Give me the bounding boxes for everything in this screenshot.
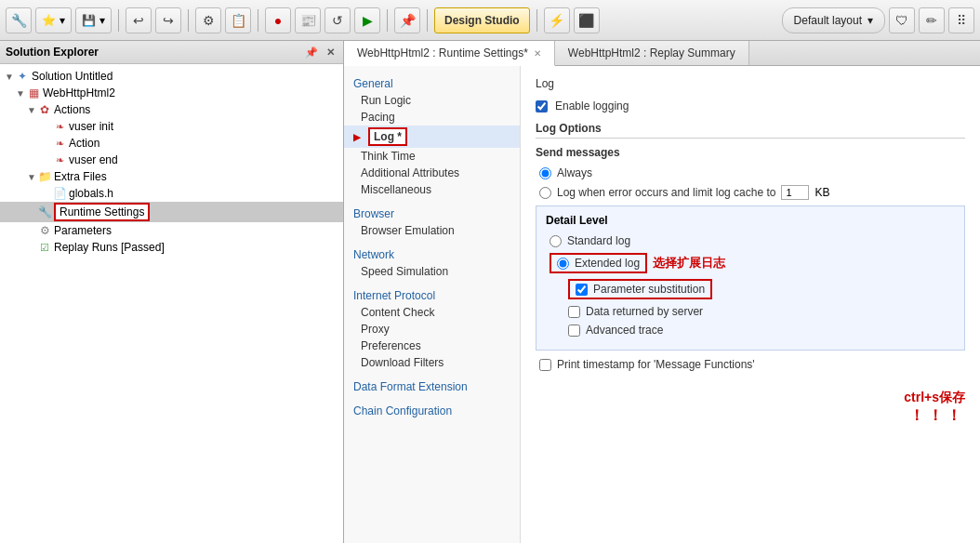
script-label: WebHttpHtml2 xyxy=(43,86,115,99)
tree-item-action[interactable]: ❧ Action xyxy=(0,135,343,152)
tree-item-runtime-settings[interactable]: 🔧 Runtime Settings xyxy=(0,202,343,222)
toolbar: 🔧 ⭐ ▾ 💾 ▾ ↩ ↪ ⚙ 📋 ● 📰 ↺ ▶ 📌 Design Studi… xyxy=(0,0,980,41)
extended-log-label[interactable]: Extended log xyxy=(575,257,640,270)
tab-runtime-settings[interactable]: WebHttpHtml2 : Runtime Settings* ✕ xyxy=(344,41,555,66)
standard-log-label[interactable]: Standard log xyxy=(567,234,630,247)
nav-miscellaneous[interactable]: Miscellaneous xyxy=(344,181,520,198)
extended-log-row: Extended log 选择扩展日志 xyxy=(546,253,955,273)
pin-btn[interactable]: 📌 xyxy=(304,45,319,60)
tab-replay-summary[interactable]: WebHttpHtml2 : Replay Summary xyxy=(555,41,749,65)
run-btn[interactable]: ▶ xyxy=(354,7,380,33)
record-btn[interactable]: ● xyxy=(265,7,291,33)
advanced-trace-label[interactable]: Advanced trace xyxy=(586,324,663,337)
toolbar-dropdown-1[interactable]: ⭐ ▾ xyxy=(35,7,72,33)
tree-item-extra-files[interactable]: ▼ 📁 Extra Files xyxy=(0,168,343,185)
btn3[interactable]: ⚙ xyxy=(195,7,221,33)
think-time-label: Think Time xyxy=(361,150,416,163)
solution-icon: ✦ xyxy=(15,69,30,84)
nav-run-logic[interactable]: Run Logic xyxy=(344,92,520,109)
nav-section-chain[interactable]: Chain Configuration xyxy=(344,401,520,419)
pencil-icon[interactable]: ✏ xyxy=(919,7,945,33)
replay-label: Replay Runs [Passed] xyxy=(54,241,165,254)
sep4 xyxy=(387,9,388,32)
nav-content-check[interactable]: Content Check xyxy=(344,304,520,321)
log-cache-input[interactable] xyxy=(781,185,809,200)
nav-section-data-format[interactable]: Data Format Extension xyxy=(344,377,520,395)
always-radio[interactable] xyxy=(539,167,551,179)
param-sub-checkbox[interactable] xyxy=(576,284,588,296)
btn9[interactable]: ⬛ xyxy=(574,7,600,33)
always-label[interactable]: Always xyxy=(557,166,592,179)
btn4[interactable]: 📋 xyxy=(225,7,251,33)
star-icon: ⭐ xyxy=(42,14,56,27)
shield-icon[interactable]: 🛡 xyxy=(889,7,915,33)
tab-close-runtime[interactable]: ✕ xyxy=(534,48,541,59)
data-returned-checkbox[interactable] xyxy=(568,306,580,318)
nav-think-time[interactable]: Think Time xyxy=(344,148,520,165)
undo-btn[interactable]: ↩ xyxy=(126,7,152,33)
btn5[interactable]: 📰 xyxy=(295,7,321,33)
print-timestamp-label[interactable]: Print timestamp for 'Message Functions' xyxy=(557,358,755,371)
nav-preferences[interactable]: Preferences xyxy=(344,338,520,354)
nav-speed-simulation[interactable]: Speed Simulation xyxy=(344,263,520,280)
parameters-icon: ⚙ xyxy=(37,223,52,238)
redo-btn[interactable]: ↪ xyxy=(155,7,181,33)
param-sub-label[interactable]: Parameter substitution xyxy=(593,283,705,296)
design-studio-button[interactable]: Design Studio xyxy=(434,7,530,33)
save-exclamation-text: ！！！ xyxy=(536,406,965,426)
nav-section-network[interactable]: Network xyxy=(344,245,520,263)
standard-log-row: Standard log xyxy=(546,234,955,247)
detail-level-box: Detail Level Standard log Extended log 选… xyxy=(536,205,965,351)
right-panel: WebHttpHtml2 : Runtime Settings* ✕ WebHt… xyxy=(344,41,980,543)
extended-log-radio[interactable] xyxy=(557,258,569,270)
btn6[interactable]: ↺ xyxy=(324,7,351,33)
chevron-down-icon-3: ▾ xyxy=(867,14,873,27)
btn8[interactable]: ⚡ xyxy=(544,7,570,33)
tab-replay-label: WebHttpHtml2 : Replay Summary xyxy=(568,46,735,60)
nav-download-filters[interactable]: Download Filters xyxy=(344,354,520,371)
back-btn[interactable]: 🔧 xyxy=(6,7,32,33)
nav-browser-emulation[interactable]: Browser Emulation xyxy=(344,222,520,239)
nav-log[interactable]: ▶ Log * xyxy=(344,126,520,148)
data-returned-row: Data returned by server xyxy=(564,305,955,318)
extra-files-label: Extra Files xyxy=(54,170,107,183)
nav-pacing[interactable]: Pacing xyxy=(344,109,520,126)
nav-section-internet-protocol[interactable]: Internet Protocol xyxy=(344,285,520,304)
btn7[interactable]: 📌 xyxy=(394,7,420,33)
design-studio-label: Design Studio xyxy=(444,14,520,27)
print-timestamp-checkbox[interactable] xyxy=(539,359,551,371)
nav-section-general[interactable]: General xyxy=(344,73,520,92)
tree-item-parameters[interactable]: ⚙ Parameters xyxy=(0,222,343,239)
close-panel-btn[interactable]: ✕ xyxy=(323,45,338,60)
nav-section-browser[interactable]: Browser xyxy=(344,204,520,222)
expand-icon-3: ▼ xyxy=(26,105,37,115)
toolbar-dropdown-2[interactable]: 💾 ▾ xyxy=(75,7,112,33)
tree-item-globals[interactable]: 📄 globals.h xyxy=(0,185,343,202)
nav-additional-attrs[interactable]: Additional Attributes xyxy=(344,165,520,181)
parameters-label: Parameters xyxy=(54,224,112,237)
actions-label: Actions xyxy=(54,103,90,116)
tree-item-actions[interactable]: ▼ ✿ Actions xyxy=(0,101,343,118)
solution-explorer-panel: Solution Explorer 📌 ✕ ▼ ✦ Solution Untit… xyxy=(0,41,344,543)
tree-item-solution[interactable]: ▼ ✦ Solution Untitled xyxy=(0,68,343,85)
tree-item-replay[interactable]: ☑ Replay Runs [Passed] xyxy=(0,239,343,256)
download-filters-label: Download Filters xyxy=(361,356,444,369)
default-layout-button[interactable]: Default layout ▾ xyxy=(782,7,885,33)
nav-proxy[interactable]: Proxy xyxy=(344,321,520,338)
log-error-label[interactable]: Log when error occurs and limit log cach… xyxy=(557,186,775,199)
data-returned-label[interactable]: Data returned by server xyxy=(586,305,703,318)
standard-log-radio[interactable] xyxy=(550,235,562,247)
enable-logging-row: Enable logging xyxy=(536,99,965,113)
advanced-trace-checkbox[interactable] xyxy=(568,324,580,337)
tree-item-script[interactable]: ▼ ▦ WebHttpHtml2 xyxy=(0,85,343,101)
send-messages-title: Send messages xyxy=(536,146,965,159)
log-error-radio[interactable] xyxy=(539,187,551,199)
advanced-trace-row: Advanced trace xyxy=(564,324,955,337)
tree-item-vuser-init[interactable]: ❧ vuser init xyxy=(0,118,343,135)
sep2 xyxy=(188,9,189,32)
enable-logging-checkbox[interactable] xyxy=(536,100,548,113)
tree-item-vuser-end[interactable]: ❧ vuser end xyxy=(0,152,343,168)
vuser-end-label: vuser end xyxy=(69,153,118,166)
enable-logging-label[interactable]: Enable logging xyxy=(555,99,629,113)
grid-icon[interactable]: ⠿ xyxy=(948,7,974,33)
